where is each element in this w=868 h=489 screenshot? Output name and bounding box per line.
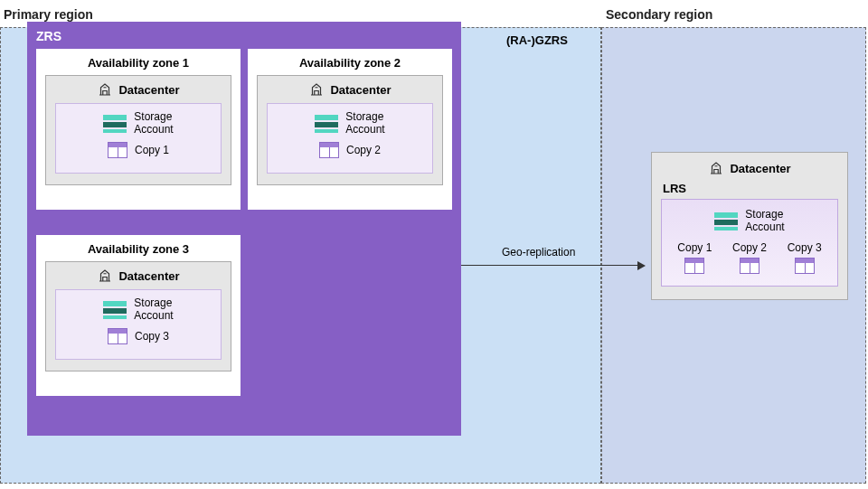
datacenter-icon — [308, 81, 325, 98]
zone-2-datacenter: Datacenter StorageAccount Copy 2 — [257, 75, 443, 185]
datacenter-label: Datacenter — [730, 162, 790, 175]
zone-2-title: Availability zone 2 — [257, 56, 443, 70]
datacenter-icon — [97, 81, 113, 98]
secondary-copy-3: Copy 3 — [788, 241, 822, 277]
storage-account-icon — [714, 212, 738, 230]
availability-zone-1: Availability zone 1 Datacenter StorageAc… — [36, 49, 241, 210]
copy-icon — [319, 142, 339, 158]
zone-2-storage-box: StorageAccount Copy 2 — [267, 103, 433, 174]
secondary-copy-2: Copy 2 — [732, 241, 767, 277]
geo-replication-arrow-head — [637, 261, 646, 270]
lrs-box: StorageAccount Copy 1 Copy 2 Copy 3 — [661, 199, 838, 287]
secondary-region-label: Secondary region — [606, 7, 712, 22]
storage-account-label: StorageAccount — [134, 297, 173, 323]
zone-1-datacenter: Datacenter StorageAccount Copy 1 — [45, 75, 231, 185]
datacenter-label: Datacenter — [330, 83, 391, 97]
secondary-copy-2-label: Copy 2 — [732, 241, 767, 254]
zone-3-datacenter: Datacenter StorageAccount Copy 3 — [45, 261, 231, 371]
zone-3-title: Availability zone 3 — [45, 242, 231, 256]
zone-1-title: Availability zone 1 — [45, 56, 231, 70]
storage-account-icon — [103, 115, 127, 133]
datacenter-label: Datacenter — [118, 83, 179, 97]
zrs-panel: ZRS Availability zone 1 Datacenter Stora… — [27, 22, 461, 436]
lrs-label: LRS — [663, 182, 838, 195]
primary-region-label: Primary region — [4, 7, 93, 22]
copy-icon — [684, 258, 704, 274]
zone-1-storage-box: StorageAccount Copy 1 — [55, 103, 222, 174]
secondary-copy-1-label: Copy 1 — [677, 241, 712, 254]
zone-3-copy-label: Copy 3 — [135, 330, 169, 343]
geo-replication-arrow-line — [461, 265, 640, 266]
geo-replication-label: Geo-replication — [502, 246, 575, 259]
copy-icon — [108, 142, 127, 158]
secondary-datacenter: Datacenter LRS StorageAccount Copy 1 Cop… — [651, 152, 848, 300]
copy-icon — [795, 258, 815, 274]
storage-account-icon — [315, 115, 338, 133]
datacenter-icon — [708, 160, 724, 176]
availability-zone-3: Availability zone 3 Datacenter StorageAc… — [36, 235, 241, 396]
secondary-copy-3-label: Copy 3 — [788, 241, 822, 254]
storage-account-label: StorageAccount — [134, 111, 173, 136]
storage-account-label: StorageAccount — [345, 111, 384, 136]
zone-1-copy-label: Copy 1 — [135, 144, 169, 156]
storage-account-label: StorageAccount — [745, 209, 784, 234]
zone-2-copy-label: Copy 2 — [346, 144, 381, 156]
datacenter-label: Datacenter — [118, 269, 179, 283]
secondary-copy-1: Copy 1 — [677, 241, 712, 277]
copy-icon — [740, 258, 760, 274]
availability-zone-2: Availability zone 2 Datacenter StorageAc… — [248, 49, 452, 210]
datacenter-icon — [97, 268, 113, 284]
gzrs-label: (RA-)GZRS — [506, 33, 568, 47]
zone-3-storage-box: StorageAccount Copy 3 — [55, 289, 222, 360]
storage-account-icon — [103, 301, 127, 319]
copy-icon — [108, 328, 127, 344]
zrs-label: ZRS — [36, 29, 452, 43]
